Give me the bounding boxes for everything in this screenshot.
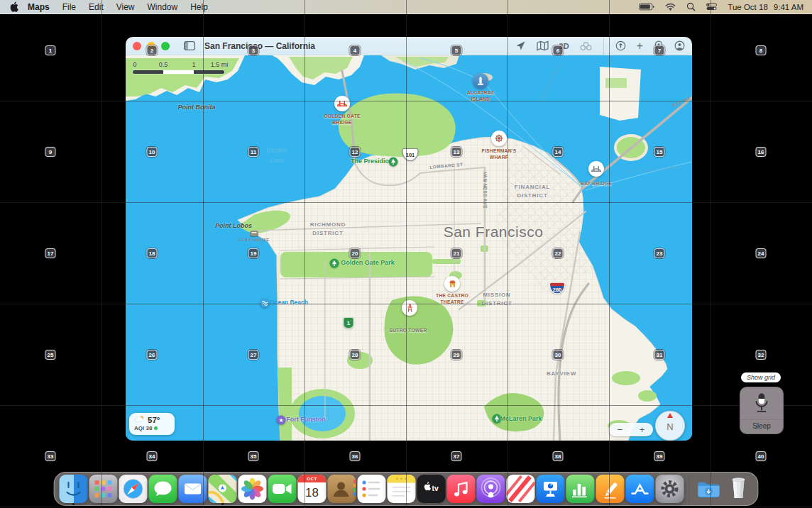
- fishermans-wharf-icon[interactable]: [491, 131, 507, 146]
- close-button[interactable]: [133, 42, 141, 50]
- bay-bridge-icon[interactable]: [588, 161, 604, 177]
- menu-items: MapsFileEditViewWindowHelp: [21, 2, 214, 12]
- presidio-icon[interactable]: [389, 158, 398, 167]
- menu-bar-clock[interactable]: Tue Oct 18 9:41 AM: [728, 3, 803, 11]
- dock-icon-downloads[interactable]: [695, 475, 723, 503]
- zoom-out-button[interactable]: −: [615, 425, 626, 434]
- richmond-district-label: RICHMOND DISTRICT: [310, 221, 346, 237]
- dock-icon-appstore[interactable]: [626, 475, 654, 503]
- ocean-beach-label: Ocean Beach: [270, 299, 308, 307]
- menu-item-help[interactable]: Help: [184, 2, 214, 12]
- weather-temp: 57°: [148, 416, 160, 424]
- dock-icon-finder[interactable]: [60, 475, 88, 503]
- screen: MapsFileEditViewWindowHelp Tue Oct 18 9:…: [0, 0, 812, 508]
- lombard-st-label: LOMBARD ST: [429, 162, 463, 170]
- map-zoom-controls: − +: [609, 423, 653, 436]
- compass-needle-icon: [667, 413, 673, 418]
- voice-command-tooltip: Show grid: [741, 372, 781, 382]
- compass[interactable]: N: [655, 411, 685, 441]
- drop-pin-icon[interactable]: [654, 40, 664, 51]
- add-icon[interactable]: +: [637, 41, 643, 51]
- dock-icon-tv[interactable]: tv: [417, 475, 446, 503]
- scale-tick: 0.5: [159, 61, 168, 68]
- bay-bridge-label: BAY BRIDGE: [581, 181, 612, 187]
- dock-icon-trash[interactable]: [725, 475, 753, 503]
- voice-control-panel[interactable]: Sleep: [740, 387, 784, 434]
- golden-gate-bridge-icon[interactable]: [334, 96, 350, 111]
- svg-text:tv: tv: [432, 484, 439, 492]
- dock-icon-maps[interactable]: [209, 475, 237, 503]
- battery-icon[interactable]: [639, 3, 654, 11]
- dock-icon-settings[interactable]: [656, 475, 684, 503]
- golden-gate-ferry-label: Golden Gate Ferry: [537, 62, 562, 101]
- golden-gate-park-icon[interactable]: [330, 259, 339, 268]
- dock-icon-numbers[interactable]: [566, 475, 595, 503]
- menu-bar-date: Tue Oct 18: [728, 3, 767, 11]
- window-toolbar: 3D +: [515, 37, 685, 55]
- mclaren-park-label: McLaren Park: [500, 415, 542, 424]
- cliff-house-icon[interactable]: [251, 231, 258, 236]
- dock-icons: OCT18tv: [59, 475, 754, 503]
- route-shield-1: 1: [344, 317, 354, 328]
- minimize-button[interactable]: [147, 42, 155, 50]
- spotlight-icon[interactable]: [686, 2, 696, 11]
- weather-widget[interactable]: 57° AQI 38: [129, 413, 175, 435]
- apple-menu-icon[interactable]: [10, 1, 18, 12]
- dock-icon-photos[interactable]: [238, 475, 267, 503]
- weather-icon: [134, 415, 146, 424]
- golden-gate-label: Golden Gate: [266, 146, 287, 165]
- aqi-status-dot: [154, 426, 158, 430]
- castro-theatre-icon[interactable]: [444, 276, 460, 292]
- dock: OCT18tv: [54, 472, 759, 506]
- ocean-beach-icon[interactable]: [260, 299, 270, 308]
- dock-icon-calendar[interactable]: OCT18: [298, 475, 327, 503]
- scale-tick: 0: [133, 61, 136, 68]
- dock-icon-news[interactable]: [507, 475, 535, 503]
- dock-icon-mail[interactable]: [179, 475, 207, 503]
- zoom-in-button[interactable]: +: [637, 425, 648, 434]
- bayview-label: BAYVIEW: [547, 370, 576, 378]
- dock-icon-notes[interactable]: [388, 475, 416, 503]
- menu-item-view[interactable]: View: [110, 2, 141, 12]
- route-shield-101: 101: [402, 148, 419, 161]
- alcatraz-label: ALCATRAZ ISLAND: [467, 90, 494, 103]
- alcatraz-icon[interactable]: [473, 73, 488, 89]
- sidebar-toggle-icon[interactable]: [184, 41, 195, 50]
- voice-command-text: Show grid: [747, 374, 775, 381]
- look-around-icon[interactable]: [580, 41, 592, 51]
- share-icon[interactable]: [615, 40, 626, 51]
- account-icon[interactable]: [674, 40, 685, 51]
- dock-icon-pages[interactable]: [596, 475, 625, 503]
- current-location-icon[interactable]: [515, 40, 526, 51]
- map-mode-icon[interactable]: [537, 40, 549, 51]
- map-canvas[interactable]: Point BonitaGOLDEN GATE BRIDGEGolden Gat…: [126, 55, 692, 441]
- running-indicator: [72, 503, 75, 505]
- dock-icon-facetime[interactable]: [268, 475, 297, 503]
- point-bonita-label: Point Bonita: [178, 104, 216, 112]
- dock-icon-music[interactable]: [447, 475, 476, 503]
- dock-icon-podcasts[interactable]: [477, 475, 505, 503]
- 3d-mode-button[interactable]: 3D: [559, 42, 569, 50]
- window-titlebar[interactable]: San Francisco — California 3D +: [126, 37, 692, 55]
- map-scale-bar: 0 0.5 1 1.5 mi: [133, 61, 225, 77]
- dock-icon-contacts[interactable]: [328, 475, 356, 503]
- microphone-icon[interactable]: [752, 387, 771, 419]
- fort-funston-icon[interactable]: ★: [277, 416, 286, 425]
- menu-item-file[interactable]: File: [56, 2, 82, 12]
- menu-item-maps[interactable]: Maps: [21, 2, 56, 12]
- dock-icon-reminders[interactable]: [358, 475, 386, 503]
- dock-icon-launchpad[interactable]: [89, 475, 118, 503]
- menu-item-edit[interactable]: Edit: [82, 2, 110, 12]
- golden-gate-park-label: Golden Gate Park: [341, 259, 395, 267]
- menu-item-window[interactable]: Window: [141, 2, 185, 12]
- sutro-tower-icon[interactable]: [402, 300, 417, 316]
- wifi-icon[interactable]: [665, 3, 676, 11]
- fullscreen-button[interactable]: [161, 42, 170, 50]
- dock-icon-keynote[interactable]: [537, 475, 565, 503]
- van-ness-ave-label: VAN NESS AVE: [482, 172, 488, 209]
- dock-icon-safari[interactable]: [119, 475, 148, 503]
- dock-icon-messages[interactable]: [149, 475, 177, 503]
- window-title: San Francisco — California: [204, 41, 315, 51]
- control-center-icon[interactable]: [706, 3, 717, 11]
- voice-control-sleep-button[interactable]: Sleep: [740, 419, 783, 434]
